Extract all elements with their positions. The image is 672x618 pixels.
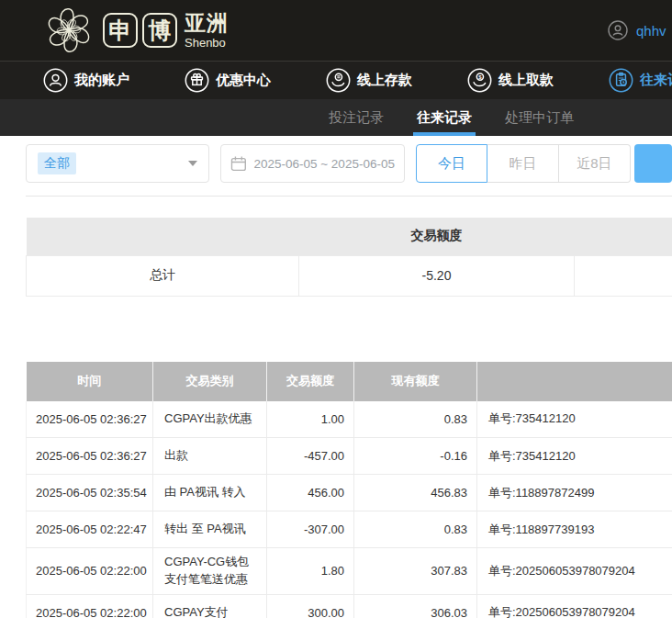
cell-type: CGPAY出款优惠 (153, 401, 267, 438)
summary-table: 交易额度 总计 -5.20 (26, 218, 672, 297)
nav-label: 往来记录 (640, 72, 672, 89)
brand-subtitle: Shenbo (185, 37, 229, 49)
cell-balance: 306.03 (354, 594, 477, 618)
cell-type: 出款 (153, 438, 267, 475)
brand-region: 亚洲 (185, 13, 229, 34)
type-select[interactable]: 全部 (26, 144, 209, 183)
col-header-balance: 现有额度 (354, 362, 477, 401)
main-nav: 我的账户 优惠中心 线上存款 $ 线上取款 (0, 61, 672, 99)
tab-transaction-records[interactable]: 往来记录 (417, 99, 472, 136)
nav-label: 我的账户 (74, 72, 129, 89)
summary-empty-cell (575, 255, 672, 296)
col-header-note: 摘要 (477, 362, 672, 401)
cell-time: 2025-06-05 02:22:00 (27, 548, 153, 595)
withdraw-icon: $ (467, 68, 492, 93)
chevron-down-icon (188, 161, 197, 166)
nav-item-online-deposit[interactable]: 线上存款 (326, 68, 412, 93)
cell-type: CGPAY支付 (153, 594, 267, 618)
cell-balance: 307.83 (354, 548, 477, 595)
col-header-type: 交易类别 (153, 362, 267, 401)
col-header-amount: 交易额度 (267, 362, 354, 401)
summary-header-empty (27, 218, 299, 255)
cell-balance: 0.83 (354, 401, 477, 438)
summary-total-label: 总计 (27, 255, 299, 296)
table-row: 2025-06-05 02:35:54 由 PA视讯 转入 456.00 456… (27, 475, 672, 511)
cell-note: 单号:735412120 (477, 438, 672, 475)
cell-amount: -457.00 (267, 438, 354, 475)
quick-btn-today[interactable]: 今日 (416, 144, 487, 183)
type-select-value: 全部 (38, 152, 76, 174)
user-avatar-icon (608, 20, 628, 40)
app-header: 申 博 亚洲 Shenbo qhhv (0, 0, 672, 61)
nav-item-promotions[interactable]: 优惠中心 (185, 68, 271, 93)
svg-text:$: $ (478, 74, 482, 80)
quick-btn-yesterday[interactable]: 昨日 (487, 144, 559, 183)
cell-balance: -0.16 (354, 438, 477, 475)
summary-header-empty (575, 218, 672, 255)
cell-time: 2025-06-05 02:22:47 (27, 511, 153, 548)
nav-item-online-withdraw[interactable]: $ 线上取款 (467, 68, 554, 93)
date-range-value: 2025-06-05 ~ 2025-06-05 (253, 157, 395, 171)
cell-note: 单号:735412120 (477, 401, 672, 438)
cell-type: CGPAY-CG钱包支付笔笔送优惠 (153, 548, 267, 595)
filter-row: 全部 2025-06-05 ~ 2025-06-05 今日 昨日 近8日 (26, 144, 672, 183)
summary-header-row: 交易额度 (27, 218, 672, 255)
date-range-input[interactable]: 2025-06-05 ~ 2025-06-05 (220, 144, 405, 183)
cell-amount: 1.00 (267, 401, 354, 438)
cell-type: 转出 至 PA视讯 (153, 511, 267, 548)
cell-type: 由 PA视讯 转入 (153, 475, 267, 511)
username[interactable]: qhhv (636, 23, 666, 39)
deposit-icon (326, 68, 351, 93)
cell-note: 单号:202506053978079204 (477, 548, 672, 595)
brand-logo: 申 博 亚洲 Shenbo (42, 4, 229, 57)
summary-header-amount: 交易额度 (299, 218, 575, 255)
nav-label: 优惠中心 (216, 72, 271, 89)
cell-amount: 1.80 (267, 548, 354, 595)
table-row: 2025-06-05 02:22:00 CGPAY-CG钱包支付笔笔送优惠 1.… (27, 548, 672, 595)
quick-date-group: 今日 昨日 近8日 (416, 144, 631, 183)
logo-box-shen: 申 (103, 13, 138, 48)
cell-note: 单号:202506053978079204 (477, 594, 672, 618)
table-row: 2025-06-05 02:36:27 出款 -457.00 -0.16 单号:… (27, 438, 672, 475)
summary-total-value: -5.20 (299, 255, 575, 296)
table-row: 2025-06-05 02:22:47 转出 至 PA视讯 -307.00 0.… (27, 511, 672, 548)
transactions-table: 时间 交易类别 交易额度 现有额度 摘要 2025-06-05 02:36:27… (26, 362, 672, 618)
col-header-time: 时间 (27, 362, 153, 401)
calendar-icon (230, 155, 247, 172)
logo-box-bo: 博 (142, 13, 177, 48)
cell-amount: 456.00 (267, 475, 354, 511)
table-row: 2025-06-05 02:36:27 CGPAY出款优惠 1.00 0.83 … (27, 401, 672, 438)
nav-label: 线上取款 (498, 72, 554, 89)
flower-logo-icon (42, 4, 95, 57)
cell-time: 2025-06-05 02:36:27 (27, 401, 153, 438)
record-tabs: 投注记录 往来记录 处理中订单 (0, 99, 672, 136)
cell-amount: -307.00 (267, 511, 354, 548)
cell-amount: 300.00 (267, 594, 354, 618)
cell-balance: 0.83 (354, 511, 477, 548)
gift-icon (185, 68, 209, 93)
table-row: 2025-06-05 02:22:00 CGPAY支付 300.00 306.0… (27, 594, 672, 618)
query-button[interactable] (634, 144, 672, 183)
tab-pending-orders[interactable]: 处理中订单 (505, 99, 574, 136)
cell-note: 单号:118897872499 (477, 475, 672, 511)
user-icon (43, 68, 68, 93)
nav-item-my-account[interactable]: 我的账户 (43, 68, 129, 93)
summary-total-row: 总计 -5.20 (27, 255, 672, 296)
transactions-header-row: 时间 交易类别 交易额度 现有额度 摘要 (27, 362, 672, 401)
cell-note: 单号:118897739193 (477, 511, 672, 548)
tab-betting-records[interactable]: 投注记录 (329, 99, 384, 136)
quick-btn-last8days[interactable]: 近8日 (559, 144, 631, 183)
cell-balance: 456.83 (354, 475, 477, 511)
transactions-body: 2025-06-05 02:36:27 CGPAY出款优惠 1.00 0.83 … (27, 401, 672, 618)
cell-time: 2025-06-05 02:36:27 (27, 438, 153, 475)
section-divider (26, 196, 672, 197)
cell-time: 2025-06-05 02:35:54 (27, 475, 153, 511)
records-icon (609, 68, 633, 93)
cell-time: 2025-06-05 02:22:00 (27, 594, 153, 618)
nav-item-transaction-records[interactable]: 往来记录 (609, 68, 672, 93)
nav-label: 线上存款 (357, 72, 412, 89)
